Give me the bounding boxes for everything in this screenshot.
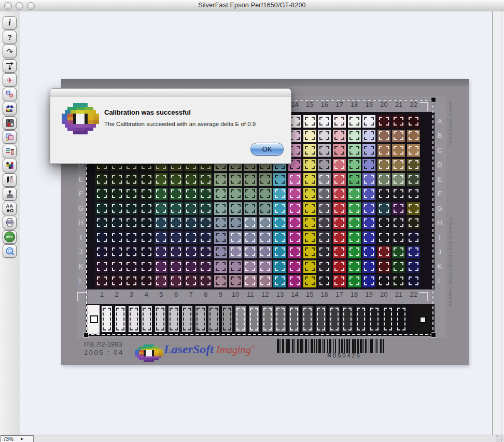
calibration-dialog: Calibration was successful The Calibrati… (50, 88, 291, 164)
barcode-bar (318, 339, 321, 353)
barcode-bar (281, 339, 282, 353)
barcode-bar (369, 339, 370, 353)
delete-frame-button[interactable] (3, 145, 17, 158)
stamp-button[interactable] (3, 187, 17, 201)
text-recognition-button[interactable]: AA (3, 202, 17, 215)
iptc-icon: IPTC (4, 231, 15, 242)
barcode-bar (286, 339, 287, 353)
airplane-icon: ✈ (6, 76, 13, 84)
barcode-bar (316, 339, 317, 353)
gears-icon: ⚙⚙ (5, 90, 15, 99)
row-letter: B (436, 132, 444, 140)
frame-export-button[interactable] (3, 59, 17, 73)
marquee-handle-top-right[interactable] (431, 98, 436, 102)
printer-icon (5, 218, 15, 227)
row-letter: G (436, 204, 444, 212)
pixel-image-button[interactable] (3, 159, 17, 172)
densitometer-button[interactable] (3, 173, 17, 187)
it8-date-line: 2005 : 04 (84, 349, 124, 357)
barcode-bar (357, 339, 359, 353)
row-letter: C (436, 146, 444, 154)
help-icon: ? (7, 34, 12, 41)
row-letter: I (77, 233, 85, 241)
title-bar[interactable]: SilverFast Epson Perf1650/GT-8200 (0, 0, 504, 12)
barcode-bar (352, 339, 355, 353)
frame-arrows-icon (5, 61, 15, 71)
zoom-level-control[interactable]: 73% ▶ (1, 435, 34, 442)
silverfast-button[interactable] (3, 102, 17, 115)
marquee-handle-bottom-right[interactable] (431, 333, 436, 337)
barcode-bar (344, 339, 345, 353)
eagle-icon (5, 104, 15, 113)
row-letter: L (77, 277, 85, 285)
dialog-message: The Calibration succeeded with an averag… (104, 121, 256, 127)
row-letters-right: ABCDEFGHIJKL (436, 96, 445, 338)
trademark-symbol: ™ (251, 345, 255, 350)
row-letter: F (436, 190, 444, 198)
barcode-bar (282, 339, 284, 353)
row-letter: L (436, 277, 444, 285)
registration-mark-top-right (419, 102, 428, 111)
info-icon: i (8, 19, 10, 27)
quicktime-icon (5, 246, 15, 256)
pixel-image-icon (5, 161, 15, 170)
frames-button[interactable] (3, 130, 17, 144)
barcode-bar (335, 339, 336, 353)
info-button[interactable]: i (3, 16, 17, 30)
stamp-icon (5, 189, 15, 199)
barcode-bar (277, 339, 279, 353)
barcode-bar (322, 339, 323, 353)
barcode-bar (365, 339, 367, 353)
brand-imaging: Imaging (216, 344, 251, 355)
zoom-menu-arrow-icon: ▶ (21, 437, 23, 441)
barcode-bar (302, 339, 303, 353)
row-letter: I (436, 233, 444, 241)
scan-pilot-button[interactable] (3, 116, 17, 130)
first-aid-icon (5, 118, 15, 128)
application-window: SilverFast Epson Perf1650/GT-8200 i ? ↷ … (0, 0, 504, 442)
row-letter: J (77, 248, 85, 256)
barcode (277, 339, 385, 353)
options-button[interactable]: ⚙⚙ (3, 88, 17, 101)
barcode-bar (287, 339, 290, 353)
print-button[interactable] (3, 216, 17, 229)
ok-button[interactable]: OK (250, 143, 284, 156)
row-letter: G (77, 204, 85, 212)
dialog-title: Calibration was successful (104, 108, 191, 116)
barcode-bar (300, 339, 301, 353)
iptc-button[interactable]: IPTC (3, 230, 17, 244)
barcode-bar (363, 339, 365, 353)
row-letter: A (436, 117, 444, 125)
barcode-bar (360, 339, 362, 353)
barcode-bar (380, 339, 382, 353)
row-letter: K (436, 263, 444, 270)
resize-grip[interactable] (496, 435, 503, 441)
pens-icon (5, 175, 15, 185)
barcode-bar (327, 339, 328, 353)
row-letter: K (77, 263, 85, 270)
help-button[interactable]: ? (3, 31, 17, 44)
rotate-button[interactable]: ↷ (3, 45, 17, 58)
overview-button[interactable]: ✈ (3, 73, 17, 87)
row-letter: J (436, 248, 444, 256)
row-letter: E (436, 175, 444, 183)
barcode-bar (308, 339, 309, 353)
barcode-bar (383, 339, 384, 353)
marquee-handle-bottom-left[interactable] (84, 333, 88, 337)
status-bar (0, 435, 504, 442)
barcode-bar (297, 339, 299, 353)
window-title: SilverFast Epson Perf1650/GT-8200 (0, 2, 504, 9)
barcode-bar (346, 339, 348, 353)
brand-lasersoft: LaserSoft (164, 342, 214, 356)
row-letter: E (77, 175, 85, 183)
quicktime-button[interactable] (3, 244, 17, 258)
barcode-bar (293, 339, 295, 353)
fuji-paper-vertical-text: Printed on Fuji Crystal Archive Supreme (448, 218, 453, 337)
dialog-title-bar[interactable] (50, 89, 291, 96)
barcode-bar (375, 339, 376, 353)
row-letter: H (77, 219, 85, 227)
row-letter: H (436, 219, 444, 227)
silverfast-url-vertical-text: www.SilverFast.com (448, 102, 453, 164)
barcode-bar (339, 339, 340, 353)
lasersoft-logo-icon (135, 344, 163, 362)
